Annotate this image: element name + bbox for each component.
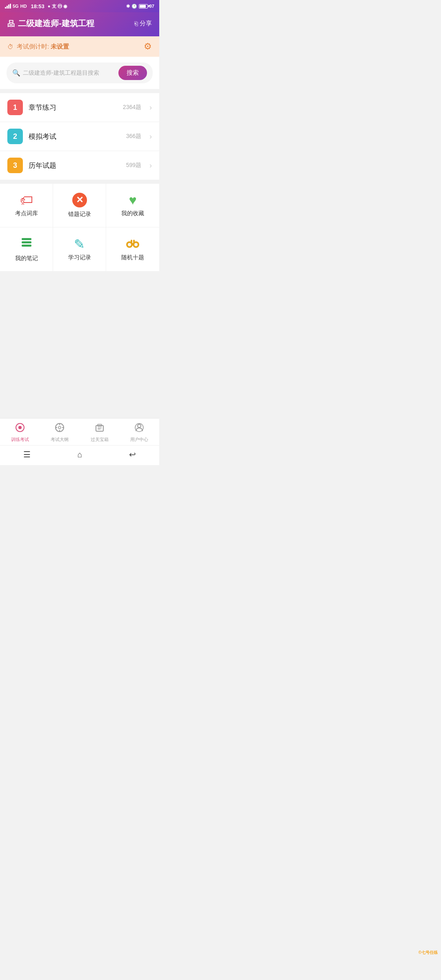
box-nav-icon: [95, 423, 105, 435]
search-button[interactable]: 搜索: [118, 66, 147, 80]
practice-item-mock[interactable]: 2 模拟考试 366题 ›: [0, 122, 159, 151]
notes-icon: [20, 236, 33, 252]
battery-icon: [139, 4, 148, 9]
svg-point-13: [58, 426, 61, 429]
svg-point-6: [128, 243, 131, 246]
page-title: 二级建造师-建筑工程: [18, 18, 94, 29]
practice-item-chapter[interactable]: 1 章节练习 2364题 ›: [0, 93, 159, 122]
feature-notes-label: 我的笔记: [15, 255, 38, 262]
back-button[interactable]: ↩: [129, 450, 136, 459]
heart-icon: ♥: [129, 194, 137, 207]
svg-point-22: [138, 424, 141, 428]
nav-item-box[interactable]: 过关宝箱: [80, 423, 120, 443]
home-nav-icon: [15, 423, 25, 435]
item-label-chapter: 章节练习: [29, 103, 117, 112]
status-icons: ● 支 ⓜ ◉: [48, 3, 67, 9]
pencil-icon: ✎: [74, 238, 85, 251]
wrong-icon: ✕: [72, 193, 87, 207]
outline-nav-icon: [55, 423, 65, 435]
svg-rect-0: [22, 238, 31, 240]
item-label-mock: 模拟考试: [29, 132, 120, 141]
status-bar: 5G HD 18:53 ● 支 ⓜ ◉ ✱ 🕐 97: [0, 0, 159, 12]
battery-fill: [140, 5, 146, 8]
feature-random[interactable]: 随机十题: [106, 227, 159, 271]
header: 品 二级建造师-建筑工程 ⎗ 分享: [0, 12, 159, 36]
feature-notes[interactable]: 我的笔记: [0, 227, 53, 271]
item-label-history: 历年试题: [29, 161, 120, 170]
item-number-1: 1: [7, 100, 23, 115]
menu-button[interactable]: ☰: [23, 450, 31, 459]
countdown-banner: ⏱ 考试倒计时: 未设置 ⚙: [0, 36, 159, 57]
share-icon: ⎗: [134, 20, 138, 27]
feature-keyword[interactable]: 🏷 考点词库: [0, 184, 53, 227]
item-count-chapter: 2364题: [123, 104, 141, 111]
svg-rect-1: [22, 241, 31, 243]
item-count-history: 599题: [126, 162, 141, 169]
search-input-area[interactable]: 🔍 二级建造师-建筑工程题目搜索: [12, 69, 115, 77]
svg-rect-8: [131, 240, 132, 244]
share-button[interactable]: ⎗ 分享: [134, 20, 152, 27]
header-title-area: 品 二级建造师-建筑工程: [7, 18, 94, 29]
feature-keyword-label: 考点词库: [15, 210, 38, 217]
countdown-info: ⏱ 考试倒计时: 未设置: [7, 43, 69, 51]
app-icon: 品: [7, 19, 15, 29]
svg-rect-9: [133, 240, 135, 244]
feature-grid: 🏷 考点词库 ✕ 错题记录 ♥ 我的收藏 我的笔记 ✎ 学习记录: [0, 184, 159, 271]
search-section: 🔍 二级建造师-建筑工程题目搜索 搜索: [0, 57, 159, 89]
item-count-mock: 366题: [126, 133, 141, 140]
feature-random-label: 随机十题: [121, 254, 144, 261]
clock-countdown-icon: ⏱: [7, 43, 13, 50]
feature-wrong-label: 错题记录: [68, 211, 91, 218]
bluetooth-icon: ✱: [126, 4, 130, 9]
svg-rect-2: [22, 245, 31, 247]
user-nav-icon: [134, 423, 144, 435]
empty-content: [0, 271, 159, 418]
status-time: 18:53: [31, 3, 45, 9]
chevron-right-icon-3: ›: [149, 161, 152, 170]
battery-percent: 97: [149, 4, 154, 9]
search-placeholder: 二级建造师-建筑工程题目搜索: [23, 69, 99, 77]
practice-item-history[interactable]: 3 历年试题 599题 ›: [0, 151, 159, 180]
feature-wrong[interactable]: ✕ 错题记录: [53, 184, 106, 227]
sys-nav: ☰ ⌂ ↩: [0, 445, 159, 465]
search-bar[interactable]: 🔍 二级建造师-建筑工程题目搜索 搜索: [7, 62, 153, 83]
status-left: 5G HD 18:53 ● 支 ⓜ ◉: [5, 3, 67, 9]
chevron-right-icon-2: ›: [149, 132, 152, 141]
nav-label-train: 训练考试: [11, 437, 29, 443]
feature-favorites[interactable]: ♥ 我的收藏: [106, 184, 159, 227]
nav-label-box: 过关宝箱: [91, 437, 109, 443]
settings-button[interactable]: ⚙: [144, 41, 152, 52]
countdown-text: 考试倒计时: 未设置: [17, 43, 69, 51]
nav-item-outline[interactable]: 考试大纲: [40, 423, 80, 443]
home-button[interactable]: ⌂: [77, 450, 82, 459]
practice-list: 1 章节练习 2364题 › 2 模拟考试 366题 › 3 历年试题 599题…: [0, 93, 159, 180]
search-icon: 🔍: [12, 69, 20, 77]
item-number-3: 3: [7, 158, 23, 173]
feature-study[interactable]: ✎ 学习记录: [53, 227, 106, 271]
svg-point-11: [18, 426, 22, 429]
item-number-2: 2: [7, 129, 23, 144]
feature-favorites-label: 我的收藏: [121, 210, 144, 217]
nav-label-outline: 考试大纲: [51, 437, 69, 443]
tag-icon: 🏷: [20, 194, 33, 207]
signal-type: 5G: [13, 4, 19, 9]
nav-label-user: 用户中心: [130, 437, 148, 443]
status-right: ✱ 🕐 97: [126, 4, 154, 9]
binoculars-icon: [126, 237, 140, 251]
status-hd: HD: [20, 4, 27, 9]
share-label: 分享: [140, 20, 152, 27]
feature-study-label: 学习记录: [68, 254, 91, 261]
signal-bars: [5, 4, 11, 9]
nav-item-user[interactable]: 用户中心: [120, 423, 160, 443]
nav-item-train[interactable]: 训练考试: [0, 423, 40, 443]
svg-point-7: [134, 243, 138, 246]
clock-icon: 🕐: [131, 4, 137, 9]
bottom-nav: 训练考试 考试大纲 过关宝箱: [0, 418, 159, 445]
chevron-right-icon-1: ›: [149, 103, 152, 112]
